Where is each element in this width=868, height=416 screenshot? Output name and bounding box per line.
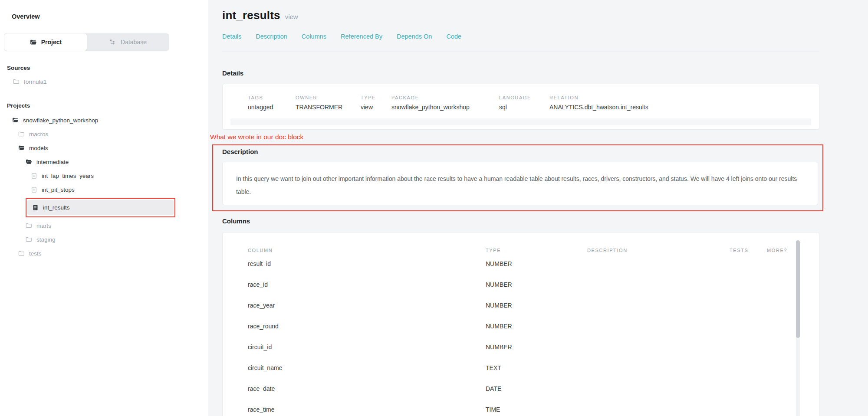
detail-field-language: LANGUAGE sql <box>499 95 549 111</box>
column-name: race_id <box>248 281 486 288</box>
detail-label: TAGS <box>248 95 296 100</box>
sidebar-item-snowflake-python-workshop[interactable]: snowflake_python_workshop <box>0 113 208 127</box>
sidebar-item-label: tests <box>29 250 42 257</box>
table-scrollbar[interactable] <box>796 240 800 416</box>
detail-value: view <box>361 104 391 111</box>
scrollbar-thumb[interactable] <box>796 240 800 338</box>
sidebar-item-label: snowflake_python_workshop <box>23 117 98 124</box>
detail-label: OWNER <box>296 95 361 100</box>
sidebar-item-label: int_lap_times_years <box>42 173 94 179</box>
projects-heading: Projects <box>7 102 208 109</box>
folder-icon <box>25 222 32 229</box>
column-type: NUMBER <box>486 302 587 309</box>
description-heading: Description <box>222 148 822 155</box>
table-row[interactable]: race_year NUMBER <box>248 295 819 316</box>
project-toggle-label: Project <box>41 39 62 46</box>
table-row[interactable]: race_round NUMBER <box>248 316 819 337</box>
detail-value: TRANSFORMER <box>296 104 361 111</box>
description-body: In this query we want to join out other … <box>236 172 805 198</box>
table-row[interactable]: circuit_id NUMBER <box>248 337 819 357</box>
sources-heading: Sources <box>7 65 208 71</box>
sidebar-item-marts[interactable]: marts <box>0 219 208 233</box>
column-type: DATE <box>486 385 587 392</box>
document-filled-icon <box>32 204 39 211</box>
folder-open-icon <box>25 158 32 165</box>
tab-code[interactable]: Code <box>446 33 461 40</box>
resource-type-label: view <box>285 13 298 20</box>
folder-open-icon <box>18 144 25 151</box>
column-name: race_round <box>248 323 486 330</box>
detail-field-relation: RELATION ANALYTICS.dbt_hwatson.int_resul… <box>549 95 819 111</box>
tab-details[interactable]: Details <box>222 33 241 40</box>
column-name: race_date <box>248 385 486 392</box>
sidebar-item-tests[interactable]: tests <box>0 246 208 260</box>
detail-value: sql <box>499 104 549 111</box>
column-name: circuit_name <box>248 364 486 371</box>
overview-heading: Overview <box>12 13 208 20</box>
column-name: race_time <box>248 406 486 413</box>
annotation-box-description: Description In this query we want to joi… <box>212 144 823 211</box>
details-heading: Details <box>222 69 819 77</box>
column-header: COLUMN <box>248 248 486 253</box>
document-icon <box>31 187 37 193</box>
detail-label: TYPE <box>361 95 391 100</box>
tab-depends-on[interactable]: Depends On <box>397 33 432 40</box>
column-name: result_id <box>248 260 486 267</box>
column-header: TYPE <box>486 248 587 253</box>
column-type: TIME <box>486 406 587 413</box>
column-type: NUMBER <box>486 281 587 288</box>
folder-open-icon <box>12 117 19 124</box>
sidebar-item-label: intermediate <box>36 159 69 165</box>
columns-card: COLUMN TYPE DESCRIPTION TESTS MORE? resu… <box>222 232 819 416</box>
detail-field-owner: OWNER TRANSFORMER <box>296 95 361 111</box>
sidebar-item-label: models <box>29 145 48 151</box>
view-toggle: Project Database <box>4 33 169 51</box>
column-header: DESCRIPTION <box>587 248 730 253</box>
sidebar-item-int-lap-times-years[interactable]: int_lap_times_years <box>0 169 208 183</box>
sidebar-item-macros[interactable]: macros <box>0 127 208 141</box>
sidebar-item-label: marts <box>36 223 51 229</box>
collapsed-row-strip[interactable] <box>230 118 811 125</box>
database-toggle-button[interactable]: Database <box>87 33 169 51</box>
tab-description[interactable]: Description <box>256 33 287 40</box>
sidebar-item-label: macros <box>29 131 48 138</box>
columns-table-header: COLUMN TYPE DESCRIPTION TESTS MORE? <box>248 247 819 253</box>
sidebar-item-label: staging <box>36 236 56 243</box>
column-type: NUMBER <box>486 323 587 330</box>
table-row[interactable]: result_id NUMBER <box>248 253 819 274</box>
table-row[interactable]: race_date DATE <box>248 378 819 399</box>
sidebar-item-formula1[interactable]: formula1 <box>0 75 208 88</box>
tab-referenced-by[interactable]: Referenced By <box>341 33 382 40</box>
detail-label: PACKAGE <box>391 95 499 100</box>
project-tree: snowflake_python_workshop macros models … <box>0 113 208 260</box>
sidebar-item-int-results-selected[interactable]: int_results <box>27 200 174 215</box>
table-row[interactable]: race_id NUMBER <box>248 274 819 295</box>
sidebar-item-intermediate[interactable]: intermediate <box>0 155 208 169</box>
column-type: NUMBER <box>486 344 587 350</box>
sidebar-item-label: int_results <box>43 204 70 211</box>
detail-field-package: PACKAGE snowflake_python_workshop <box>391 95 499 111</box>
columns-heading: Columns <box>222 217 819 225</box>
sidebar-item-int-pit-stops[interactable]: int_pit_stops <box>0 183 208 197</box>
sidebar-item-label: int_pit_stops <box>42 187 75 193</box>
document-icon <box>31 173 37 179</box>
folder-icon <box>18 250 25 257</box>
table-row[interactable]: circuit_name TEXT <box>248 357 819 378</box>
detail-field-type: TYPE view <box>361 95 391 111</box>
column-type: TEXT <box>486 364 587 371</box>
header-divider <box>222 52 819 52</box>
column-header: TESTS <box>730 248 767 253</box>
detail-label: RELATION <box>549 95 819 100</box>
sidebar-item-staging[interactable]: staging <box>0 233 208 246</box>
project-toggle-button[interactable]: Project <box>4 33 87 51</box>
detail-value: ANALYTICS.dbt_hwatson.int_results <box>549 104 819 111</box>
folder-icon <box>25 236 32 243</box>
column-name: circuit_id <box>248 344 486 350</box>
page-header: int_results view <box>222 9 819 22</box>
tab-columns[interactable]: Columns <box>302 33 326 40</box>
detail-label: LANGUAGE <box>499 95 549 100</box>
sidebar-item-models[interactable]: models <box>0 141 208 155</box>
table-row[interactable]: race_time TIME <box>248 399 819 416</box>
folder-icon <box>18 131 25 138</box>
folder-icon <box>13 78 20 85</box>
